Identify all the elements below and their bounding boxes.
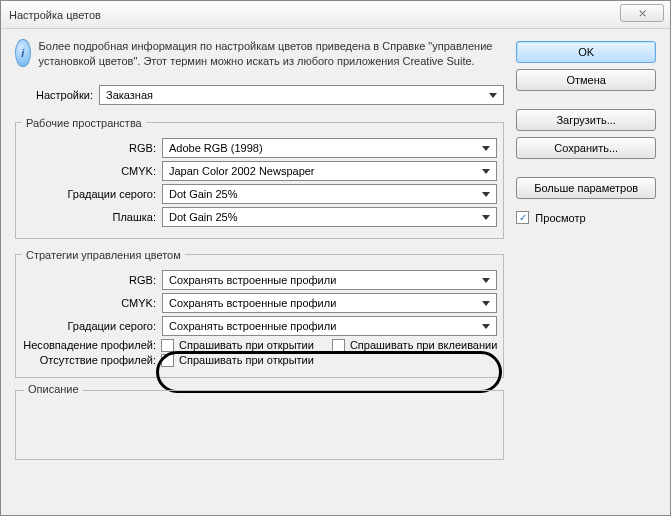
- policies-group: Стратегии управления цветом RGB:Сохранят…: [15, 249, 504, 378]
- settings-value: Заказная: [106, 89, 153, 101]
- workspaces-group: Рабочие пространства RGB:Adobe RGB (1998…: [15, 117, 504, 239]
- spot-label: Плашка:: [22, 211, 156, 223]
- info-icon: i: [15, 39, 31, 67]
- missing-open-label: Спрашивать при открытии: [179, 354, 314, 366]
- mismatch-paste-checkbox[interactable]: [332, 339, 345, 352]
- info-text: Более подробная информация по настройкам…: [39, 39, 505, 69]
- preview-row: Просмотр: [516, 211, 656, 224]
- settings-combo[interactable]: Заказная: [99, 85, 504, 105]
- missing-row: Отсутствие профилей: Спрашивать при откр…: [22, 354, 497, 367]
- pol-gray-label: Градации серого:: [22, 320, 156, 332]
- preview-checkbox[interactable]: [516, 211, 529, 224]
- preview-label: Просмотр: [535, 212, 585, 224]
- content-area: i Более подробная информация по настройк…: [1, 29, 670, 515]
- ok-button[interactable]: OK: [516, 41, 656, 63]
- rgb-combo[interactable]: Adobe RGB (1998): [162, 138, 497, 158]
- close-icon: ⤬: [638, 7, 647, 20]
- pol-cmyk-combo[interactable]: Сохранять встроенные профили: [162, 293, 497, 313]
- gray-label: Градации серого:: [22, 188, 156, 200]
- right-panel: OK Отмена Загрузить... Сохранить... Боль…: [516, 39, 656, 501]
- missing-label: Отсутствие профилей:: [22, 354, 156, 366]
- titlebar: Настройка цветов ⤬: [1, 1, 670, 29]
- window-title: Настройка цветов: [9, 9, 101, 21]
- left-panel: i Более подробная информация по настройк…: [15, 39, 504, 501]
- mismatch-row: Несовпадение профилей: Спрашивать при от…: [22, 339, 497, 352]
- pol-rgb-combo[interactable]: Сохранять встроенные профили: [162, 270, 497, 290]
- workspaces-legend: Рабочие пространства: [22, 117, 146, 129]
- cmyk-label: CMYK:: [22, 165, 156, 177]
- description-group: Описание: [15, 390, 504, 460]
- missing-open-checkbox[interactable]: [161, 354, 174, 367]
- pol-rgb-label: RGB:: [22, 274, 156, 286]
- mismatch-open-checkbox[interactable]: [161, 339, 174, 352]
- spot-combo[interactable]: Dot Gain 25%: [162, 207, 497, 227]
- more-params-button[interactable]: Больше параметров: [516, 177, 656, 199]
- info-row: i Более подробная информация по настройк…: [15, 39, 504, 69]
- description-legend: Описание: [24, 383, 83, 395]
- dialog-window: Настройка цветов ⤬ i Более подробная инф…: [0, 0, 671, 516]
- rgb-label: RGB:: [22, 142, 156, 154]
- pol-gray-combo[interactable]: Сохранять встроенные профили: [162, 316, 497, 336]
- settings-label: Настройки:: [25, 89, 93, 101]
- pol-cmyk-label: CMYK:: [22, 297, 156, 309]
- cancel-button[interactable]: Отмена: [516, 69, 656, 91]
- mismatch-open-label: Спрашивать при открытии: [179, 339, 314, 351]
- mismatch-paste-label: Спрашивать при вклеивании: [350, 339, 497, 351]
- policies-legend: Стратегии управления цветом: [22, 249, 185, 261]
- close-button[interactable]: ⤬: [620, 4, 664, 22]
- load-button[interactable]: Загрузить...: [516, 109, 656, 131]
- cmyk-combo[interactable]: Japan Color 2002 Newspaper: [162, 161, 497, 181]
- mismatch-label: Несовпадение профилей:: [22, 339, 156, 351]
- save-button[interactable]: Сохранить...: [516, 137, 656, 159]
- settings-row: Настройки: Заказная: [25, 85, 504, 105]
- gray-combo[interactable]: Dot Gain 25%: [162, 184, 497, 204]
